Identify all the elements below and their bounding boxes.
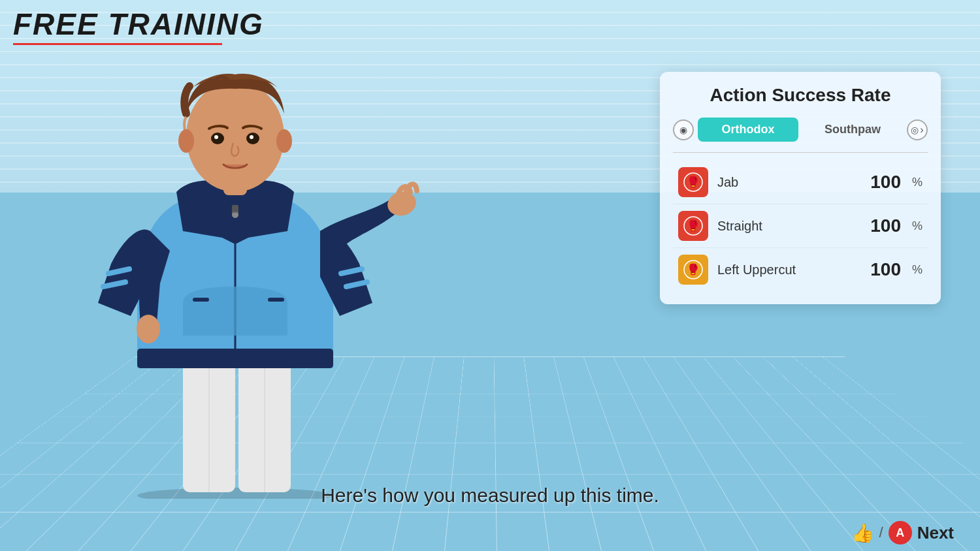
title-area: FREE TRAINING	[0, 0, 277, 52]
straight-icon-svg: 🥊	[683, 216, 703, 236]
straight-percent: %	[912, 219, 923, 233]
jab-score: 100	[870, 172, 901, 193]
leftuppercut-score: 100	[870, 259, 901, 280]
jab-icon-svg: 🥊	[683, 172, 703, 192]
move-row-leftuppercut: 🥊 Left Uppercut 100 %	[673, 248, 928, 291]
left-nav-button[interactable]: ◉	[673, 119, 694, 140]
next-area: 👍 / A Next	[851, 521, 954, 544]
svg-point-20	[276, 129, 292, 153]
leftuppercut-icon: 🥊	[678, 255, 708, 285]
bottom-subtitle: Here's how you measured up this time.	[0, 484, 980, 507]
move-row-straight: 🥊 Straight 100 %	[673, 204, 928, 248]
svg-point-17	[214, 135, 218, 139]
straight-icon: 🥊	[678, 211, 708, 241]
move-row-jab: 🥊 Jab 100 %	[673, 161, 928, 204]
svg-point-19	[178, 129, 194, 153]
svg-text:🥊: 🥊	[687, 219, 700, 232]
panel-title: Action Success Rate	[673, 85, 928, 106]
tab-row: ◉ Orthodox Southpaw ◎ ›	[673, 118, 928, 142]
character-figure	[46, 42, 425, 499]
next-label[interactable]: Next	[917, 523, 954, 543]
character-svg	[46, 42, 425, 499]
panel-divider	[673, 152, 928, 153]
a-button[interactable]: A	[889, 521, 912, 544]
results-panel: Action Success Rate ◉ Orthodox Southpaw …	[660, 72, 941, 304]
jab-name: Jab	[717, 175, 861, 190]
right-arrow-icon: ›	[920, 124, 923, 136]
tab-orthodox[interactable]: Orthodox	[698, 118, 798, 142]
leftuppercut-icon-svg: 🥊	[683, 260, 703, 279]
svg-text:🥊: 🥊	[687, 176, 700, 188]
jab-icon: 🥊	[678, 167, 708, 197]
svg-rect-12	[268, 298, 284, 302]
svg-point-18	[250, 135, 253, 139]
character-container	[33, 29, 438, 499]
leftuppercut-percent: %	[912, 263, 923, 277]
slash-separator: /	[879, 524, 883, 541]
straight-score: 100	[870, 215, 901, 236]
left-circle-icon: ◉	[679, 125, 687, 135]
straight-name: Straight	[717, 219, 861, 234]
title-underline	[13, 43, 222, 45]
svg-text:🥊: 🥊	[687, 263, 700, 276]
thumb-icon: 👍	[851, 522, 874, 544]
jab-percent: %	[912, 176, 923, 189]
tab-southpaw[interactable]: Southpaw	[802, 118, 903, 142]
svg-point-14	[186, 81, 284, 192]
right-circle-icon: ◎	[911, 125, 919, 135]
svg-rect-5	[137, 349, 333, 368]
page-title: FREE TRAINING	[13, 7, 264, 42]
right-nav-button[interactable]: ◎ ›	[907, 119, 928, 140]
svg-point-9	[137, 315, 160, 343]
leftuppercut-name: Left Uppercut	[717, 262, 861, 277]
svg-rect-11	[193, 298, 209, 302]
